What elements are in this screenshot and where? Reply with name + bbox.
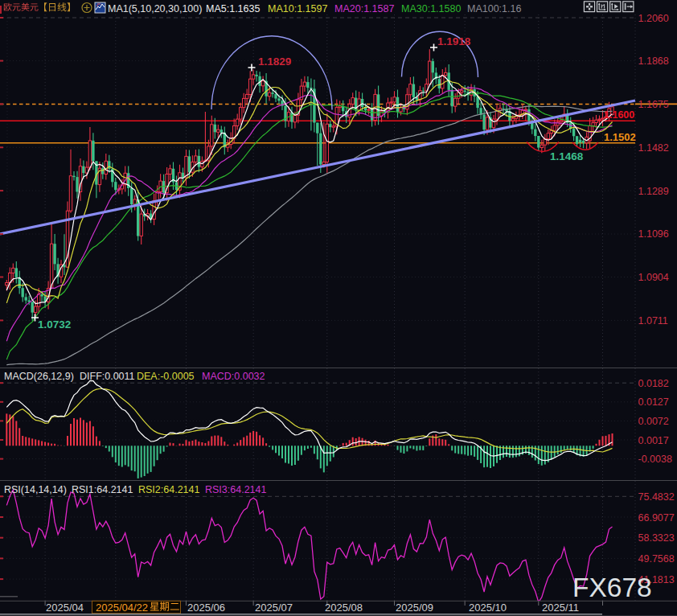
svg-text:1.2060: 1.2060 [638, 13, 669, 24]
svg-text:MA10:1.1597: MA10:1.1597 [268, 3, 327, 14]
svg-text:MA100:1.16: MA100:1.16 [467, 3, 521, 14]
svg-text:MA30:1.1580: MA30:1.1580 [401, 3, 461, 14]
svg-text:0.0017: 0.0017 [638, 435, 669, 446]
svg-text:2025/09: 2025/09 [396, 602, 433, 614]
svg-text:1.1468: 1.1468 [550, 150, 584, 162]
svg-text:MA5:1.1635: MA5:1.1635 [206, 3, 260, 14]
svg-text:0.0072: 0.0072 [638, 416, 669, 427]
svg-text:49.7568: 49.7568 [638, 553, 675, 565]
svg-text:RSI1:64.2141: RSI1:64.2141 [72, 484, 133, 495]
svg-text:RSI2:64.2141: RSI2:64.2141 [138, 484, 199, 495]
svg-text:MA1(5,10,20,30,100): MA1(5,10,20,30,100) [108, 3, 202, 14]
svg-text:MACD(26,12,9): MACD(26,12,9) [4, 371, 74, 382]
svg-text:58.3323: 58.3323 [638, 532, 675, 544]
svg-text:FX678: FX678 [572, 573, 652, 602]
svg-text:1.1918: 1.1918 [437, 35, 471, 47]
svg-text:1.0904: 1.0904 [638, 272, 669, 283]
svg-text:1.1482: 1.1482 [638, 142, 669, 154]
svg-text:1.1289: 1.1289 [638, 186, 669, 197]
svg-text:2025/04: 2025/04 [46, 602, 84, 614]
svg-text:1.1600: 1.1600 [604, 109, 634, 121]
svg-text:MA20:1.1587: MA20:1.1587 [334, 3, 394, 14]
svg-text:MACD:0.0032: MACD:0.0032 [202, 371, 265, 382]
svg-text:1.0711: 1.0711 [638, 315, 668, 326]
svg-text:1.1096: 1.1096 [638, 228, 669, 240]
svg-text:RSI3:64.2141: RSI3:64.2141 [205, 484, 266, 495]
svg-text:0.0182: 0.0182 [638, 378, 669, 389]
svg-text:1.1675: 1.1675 [638, 99, 669, 110]
svg-text:1.1868: 1.1868 [638, 55, 669, 67]
svg-text:DIFF:0.0011: DIFF:0.0011 [80, 371, 135, 382]
svg-text:2025/11: 2025/11 [542, 602, 579, 614]
svg-text:1.1502: 1.1502 [604, 131, 636, 143]
svg-text:75.4832: 75.4832 [638, 491, 675, 503]
svg-text:1.0732: 1.0732 [38, 318, 71, 331]
svg-text:1.1829: 1.1829 [258, 55, 291, 68]
svg-text:2025/07: 2025/07 [255, 602, 293, 614]
svg-text:DEA:-0.0005: DEA:-0.0005 [137, 371, 195, 382]
svg-text:-0.0038: -0.0038 [638, 454, 672, 465]
svg-text:2025/08: 2025/08 [325, 602, 363, 614]
svg-text:2025/10: 2025/10 [469, 602, 507, 614]
svg-text:RSI(14,14,14): RSI(14,14,14) [4, 484, 67, 495]
svg-text:66.9077: 66.9077 [638, 512, 675, 524]
svg-text:2025/06: 2025/06 [187, 602, 225, 614]
svg-text:0.0127: 0.0127 [638, 396, 669, 408]
svg-text:2025/04/22: 2025/04/22 [96, 602, 148, 614]
